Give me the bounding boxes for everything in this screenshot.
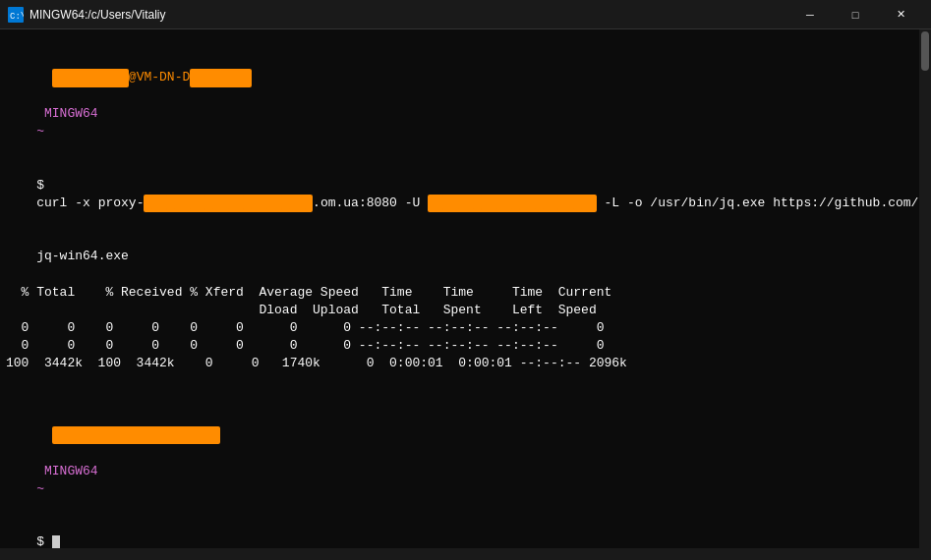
maximize-button[interactable]: □ — [833, 0, 878, 29]
titlebar: C:\ MINGW64:/c/Users/Vitaliy ─ □ ✕ — [0, 0, 931, 29]
command-line: $ curl -x proxy- ████████████████████ .o… — [6, 158, 925, 230]
empty-line — [6, 373, 925, 391]
prompt-line-1: ████████ @VM-DN-D ██████ MINGW64 ~ — [6, 33, 925, 158]
scrollbar[interactable] — [919, 29, 931, 560]
minimize-button[interactable]: ─ — [787, 0, 833, 29]
cmd-curl: curl -x proxy- — [36, 196, 144, 210]
svg-text:C:\: C:\ — [10, 12, 24, 22]
prompt-user-2: ████████████████████ — [6, 427, 220, 460]
bottom-scrollbar[interactable] — [0, 548, 919, 560]
close-button[interactable]: ✕ — [878, 0, 923, 29]
progress-row-1: 0 0 0 0 0 0 0 0 --:--:-- --:--:-- --:--:… — [6, 319, 925, 337]
mingw-label-2: MINGW64 — [36, 464, 105, 478]
mingw-label-1: MINGW64 — [36, 106, 105, 121]
prompt-user-1: ████████ @VM-DN-D ██████ — [6, 70, 252, 102]
titlebar-left: C:\ MINGW64:/c/Users/Vitaliy — [8, 7, 165, 23]
progress-header-2: Dload Upload Total Spent Left Speed — [6, 302, 925, 319]
terminal-icon: C:\ — [8, 7, 24, 23]
tilde-2: ~ — [36, 481, 44, 496]
progress-header-1: % Total % Received % Xferd Average Speed… — [6, 284, 925, 302]
prompt-dollar: $ — [36, 534, 52, 549]
titlebar-controls: ─ □ ✕ — [787, 0, 923, 29]
progress-row-3: 100 3442k 100 3442k 0 0 1740k 0 0:00:01 … — [6, 355, 925, 372]
tilde-1: ~ — [36, 124, 44, 139]
scrollbar-thumb[interactable] — [921, 31, 929, 71]
progress-row-2: 0 0 0 0 0 0 0 0 --:--:-- --:--:-- --:--:… — [6, 337, 925, 355]
cmd-dollar: $ — [36, 178, 52, 193]
titlebar-title: MINGW64:/c/Users/Vitaliy — [29, 8, 165, 22]
prompt-line-2: ████████████████████ MINGW64 ~ — [6, 391, 925, 516]
terminal-body: ████████ @VM-DN-D ██████ MINGW64 ~ $ cur… — [0, 29, 931, 560]
command-line-cont: jq-win64.exe — [6, 230, 925, 284]
